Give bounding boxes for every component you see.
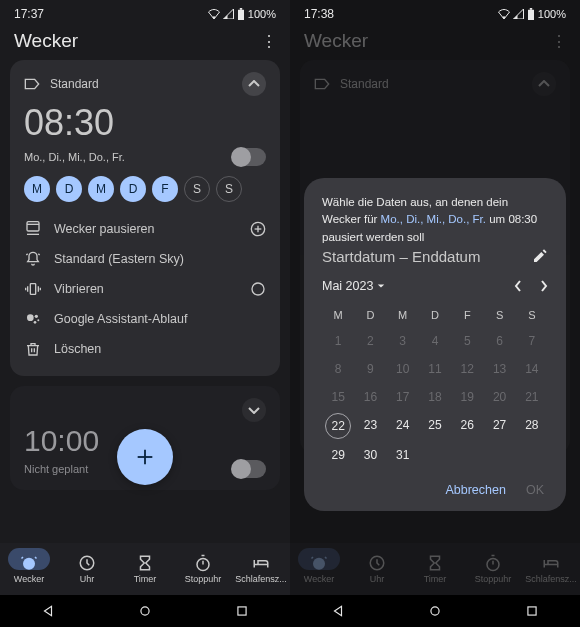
stopwatch-icon — [194, 554, 212, 572]
pane-left: 17:37 100% Wecker ⋮ Standard 08:30 — [0, 0, 290, 627]
calendar-day[interactable]: 31 — [387, 443, 419, 467]
calendar-day: 17 — [387, 385, 419, 409]
collapse-button[interactable] — [242, 72, 266, 96]
home-icon[interactable] — [138, 604, 152, 618]
system-nav — [0, 595, 290, 627]
calendar-day: 7 — [516, 329, 548, 353]
ringtone-row[interactable]: Standard (Eastern Sky) — [24, 244, 266, 274]
calendar-day: 11 — [419, 357, 451, 381]
signal-icon — [223, 9, 234, 19]
hourglass-icon — [426, 554, 444, 572]
pause-row[interactable]: Wecker pausieren — [24, 214, 266, 244]
nav-label: Stoppuhr — [475, 574, 512, 584]
nav-clock[interactable]: Uhr — [58, 543, 116, 595]
hourglass-icon — [136, 554, 154, 572]
calendar-day[interactable]: 24 — [387, 413, 419, 439]
calendar-weekday: D — [354, 305, 386, 325]
calendar-day[interactable]: 28 — [516, 413, 548, 439]
plus-icon — [134, 446, 156, 468]
svg-point-17 — [34, 321, 37, 324]
svg-point-15 — [35, 315, 38, 318]
calendar-day[interactable]: 23 — [354, 413, 386, 439]
day-sun[interactable]: S — [216, 176, 242, 202]
date-picker-dialog: Wähle die Daten aus, an denen dein Wecke… — [304, 178, 566, 511]
day-fri[interactable]: F — [152, 176, 178, 202]
expand-button[interactable] — [242, 398, 266, 422]
page-title: Wecker — [304, 30, 368, 52]
svg-rect-28 — [238, 607, 246, 615]
recent-icon[interactable] — [235, 604, 249, 618]
more-icon[interactable]: ⋮ — [261, 32, 276, 51]
calendar-weekday: S — [483, 305, 515, 325]
nav-bedtime[interactable]: Schlafensz... — [232, 543, 290, 595]
alarm-card-expanded[interactable]: Standard 08:30 Mo., Di., Mi., Do., Fr. M… — [10, 60, 280, 376]
svg-rect-8 — [30, 284, 35, 295]
calendar-day[interactable]: 30 — [354, 443, 386, 467]
pause-label: Wecker pausieren — [54, 222, 155, 236]
svg-point-16 — [37, 319, 39, 321]
chevron-down-icon — [248, 406, 260, 414]
day-wed[interactable]: M — [88, 176, 114, 202]
calendar-weekday: M — [322, 305, 354, 325]
day-thu[interactable]: D — [120, 176, 146, 202]
day-tue[interactable]: D — [56, 176, 82, 202]
alarm-toggle-2[interactable] — [232, 460, 266, 478]
back-icon[interactable] — [331, 604, 345, 618]
delete-row[interactable]: Löschen — [24, 334, 266, 364]
ok-button[interactable]: OK — [526, 483, 544, 497]
calendar-day[interactable]: 25 — [419, 413, 451, 439]
calendar-day: 1 — [322, 329, 354, 353]
calendar-day: 9 — [354, 357, 386, 381]
edit-icon[interactable] — [532, 248, 548, 264]
dialog-prompt: Wähle die Daten aus, an denen dein Wecke… — [322, 194, 548, 246]
system-nav — [290, 595, 580, 627]
circle-icon[interactable] — [250, 281, 266, 297]
assistant-label: Google Assistant-Ablauf — [54, 312, 187, 326]
home-icon[interactable] — [428, 604, 442, 618]
alarm-icon — [20, 554, 38, 572]
svg-rect-39 — [528, 607, 536, 615]
nav-label: Stoppuhr — [185, 574, 222, 584]
nav-clock: Uhr — [348, 543, 406, 595]
bottom-nav: Wecker Uhr Timer Stoppuhr Schlafensz... — [0, 543, 290, 595]
calendar-day: 6 — [483, 329, 515, 353]
prev-month-icon[interactable] — [514, 280, 522, 292]
nav-bedtime: Schlafensz... — [522, 543, 580, 595]
month-selector[interactable]: Mai 2023 — [322, 279, 385, 293]
assistant-row[interactable]: Google Assistant-Ablauf — [24, 304, 266, 334]
calendar-day: 4 — [419, 329, 451, 353]
chevron-up-icon — [248, 80, 260, 88]
clock-icon — [78, 554, 96, 572]
vibrate-row[interactable]: Vibrieren — [24, 274, 266, 304]
alarm-status-2: Nicht geplant — [24, 463, 88, 475]
more-icon: ⋮ — [551, 32, 566, 51]
day-sat[interactable]: S — [184, 176, 210, 202]
add-alarm-fab[interactable] — [117, 429, 173, 485]
day-mon[interactable]: M — [24, 176, 50, 202]
alarm-time[interactable]: 08:30 — [24, 102, 266, 144]
calendar-day[interactable]: 27 — [483, 413, 515, 439]
alarm-toggle[interactable] — [232, 148, 266, 166]
svg-rect-1 — [240, 8, 242, 10]
next-month-icon[interactable] — [540, 280, 548, 292]
back-icon[interactable] — [41, 604, 55, 618]
calendar-grid: MDMDFSS123456789101112131415161718192021… — [322, 305, 548, 467]
vibrate-label: Vibrieren — [54, 282, 104, 296]
bed-icon — [252, 554, 270, 572]
nav-stopwatch[interactable]: Stoppuhr — [174, 543, 232, 595]
calendar-day[interactable]: 26 — [451, 413, 483, 439]
cancel-button[interactable]: Abbrechen — [445, 483, 505, 497]
nav-label: Wecker — [14, 574, 44, 584]
signal-icon — [513, 9, 524, 19]
calendar-day[interactable]: 29 — [322, 443, 354, 467]
svg-point-38 — [431, 607, 439, 615]
plus-icon[interactable] — [250, 221, 266, 237]
recent-icon[interactable] — [525, 604, 539, 618]
svg-point-22 — [23, 558, 35, 570]
calendar-day: 18 — [419, 385, 451, 409]
pause-icon — [24, 221, 42, 237]
nav-alarm[interactable]: Wecker — [0, 543, 58, 595]
calendar-weekday: F — [451, 305, 483, 325]
nav-timer[interactable]: Timer — [116, 543, 174, 595]
calendar-day[interactable]: 22 — [325, 413, 351, 439]
